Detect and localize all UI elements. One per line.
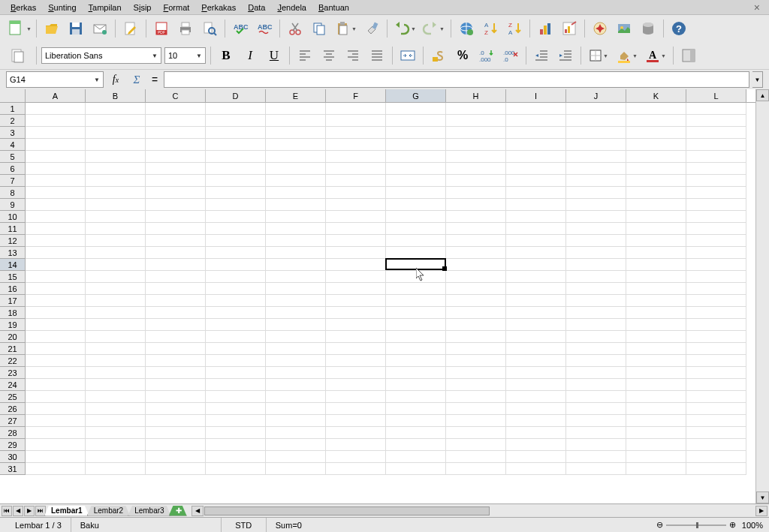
new-doc-button[interactable]: ▼: [6, 18, 32, 39]
cell-G24[interactable]: [386, 379, 446, 391]
undo-button[interactable]: ▼: [392, 18, 418, 39]
cell-B28[interactable]: [86, 427, 146, 439]
align-center-button[interactable]: [318, 45, 339, 66]
cell-G11[interactable]: [386, 223, 446, 235]
cell-G10[interactable]: [386, 211, 446, 223]
cell-J7[interactable]: [566, 175, 626, 187]
cell-E7[interactable]: [266, 175, 326, 187]
cell-C12[interactable]: [146, 235, 206, 247]
cell-C14[interactable]: [146, 259, 206, 271]
cell-J12[interactable]: [566, 235, 626, 247]
cell-D12[interactable]: [206, 235, 266, 247]
cell-L18[interactable]: [686, 307, 746, 319]
cell-A19[interactable]: [26, 319, 86, 331]
cell-I15[interactable]: [506, 271, 566, 283]
cell-J26[interactable]: [566, 403, 626, 415]
cell-H9[interactable]: [446, 199, 506, 211]
menu-bantuan[interactable]: Bantuan: [312, 2, 355, 14]
sheet-tab-1[interactable]: Lembar1: [44, 506, 89, 516]
cell-H8[interactable]: [446, 187, 506, 199]
cell-J1[interactable]: [566, 103, 626, 115]
cell-F1[interactable]: [326, 103, 386, 115]
bgcolor-button[interactable]: ▼: [614, 45, 640, 66]
indent-increase-button[interactable]: [555, 45, 576, 66]
pdf-button[interactable]: PDF: [151, 18, 172, 39]
cell-J11[interactable]: [566, 223, 626, 235]
cell-A6[interactable]: [26, 163, 86, 175]
cell-E3[interactable]: [266, 127, 326, 139]
cell-G13[interactable]: [386, 247, 446, 259]
cell-A2[interactable]: [26, 115, 86, 127]
cell-K20[interactable]: [626, 331, 686, 343]
cell-D6[interactable]: [206, 163, 266, 175]
row-header-20[interactable]: 20: [0, 331, 26, 343]
cell-E9[interactable]: [266, 199, 326, 211]
cell-B24[interactable]: [86, 379, 146, 391]
cell-L20[interactable]: [686, 331, 746, 343]
row-header-26[interactable]: 26: [0, 403, 26, 415]
cell-H3[interactable]: [446, 127, 506, 139]
cell-E22[interactable]: [266, 355, 326, 367]
cell-J4[interactable]: [566, 139, 626, 151]
cell-J14[interactable]: [566, 259, 626, 271]
cell-K14[interactable]: [626, 259, 686, 271]
cell-K21[interactable]: [626, 343, 686, 355]
cell-C24[interactable]: [146, 379, 206, 391]
row-header-23[interactable]: 23: [0, 367, 26, 379]
cell-F8[interactable]: [326, 187, 386, 199]
cell-F28[interactable]: [326, 427, 386, 439]
row-header-8[interactable]: 8: [0, 187, 26, 199]
cell-A16[interactable]: [26, 283, 86, 295]
scroll-up-button[interactable]: ▲: [756, 89, 769, 101]
cell-D7[interactable]: [206, 175, 266, 187]
cell-A15[interactable]: [26, 271, 86, 283]
cell-K8[interactable]: [626, 187, 686, 199]
row-header-13[interactable]: 13: [0, 247, 26, 259]
cell-E5[interactable]: [266, 151, 326, 163]
horizontal-scrollbar[interactable]: ◀ ▶: [191, 506, 767, 516]
cell-D13[interactable]: [206, 247, 266, 259]
cell-K29[interactable]: [626, 439, 686, 451]
cell-L23[interactable]: [686, 367, 746, 379]
cell-D11[interactable]: [206, 223, 266, 235]
cell-A10[interactable]: [26, 211, 86, 223]
cell-D2[interactable]: [206, 115, 266, 127]
cell-L17[interactable]: [686, 295, 746, 307]
cell-F25[interactable]: [326, 391, 386, 403]
datasource-button[interactable]: [638, 18, 659, 39]
cell-K9[interactable]: [626, 199, 686, 211]
cell-A9[interactable]: [26, 199, 86, 211]
cell-J3[interactable]: [566, 127, 626, 139]
cell-E27[interactable]: [266, 415, 326, 427]
row-header-22[interactable]: 22: [0, 355, 26, 367]
cell-E15[interactable]: [266, 271, 326, 283]
menu-sisip[interactable]: Sisip: [128, 2, 158, 14]
row-header-27[interactable]: 27: [0, 415, 26, 427]
cell-L2[interactable]: [686, 115, 746, 127]
formula-expand-button[interactable]: ▼: [752, 71, 763, 88]
cell-L14[interactable]: [686, 259, 746, 271]
cell-I23[interactable]: [506, 367, 566, 379]
cell-B8[interactable]: [86, 187, 146, 199]
cell-L6[interactable]: [686, 163, 746, 175]
spellcheck-button[interactable]: ABC: [230, 18, 251, 39]
cell-E19[interactable]: [266, 319, 326, 331]
cell-A4[interactable]: [26, 139, 86, 151]
cell-K15[interactable]: [626, 271, 686, 283]
zoom-in-button[interactable]: ⊕: [729, 520, 736, 530]
cell-D29[interactable]: [206, 439, 266, 451]
cell-J25[interactable]: [566, 391, 626, 403]
cell-H28[interactable]: [446, 427, 506, 439]
row-header-2[interactable]: 2: [0, 115, 26, 127]
cell-C8[interactable]: [146, 187, 206, 199]
cell-E1[interactable]: [266, 103, 326, 115]
cell-F22[interactable]: [326, 355, 386, 367]
cell-B25[interactable]: [86, 391, 146, 403]
cell-C13[interactable]: [146, 247, 206, 259]
cell-D15[interactable]: [206, 271, 266, 283]
cell-H17[interactable]: [446, 295, 506, 307]
percent-button[interactable]: %: [452, 45, 473, 66]
save-button[interactable]: [65, 18, 86, 39]
cell-E20[interactable]: [266, 331, 326, 343]
cell-E29[interactable]: [266, 439, 326, 451]
